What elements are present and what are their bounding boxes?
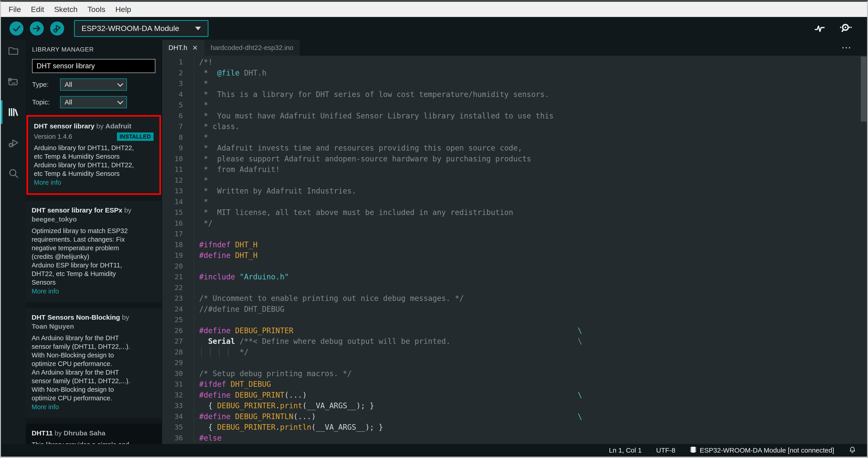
code-line: 24//#define DHT_DEBUG xyxy=(162,304,867,315)
code-line: 33 { DEBUG_PRINTER.print(__VA_ARGS__); } xyxy=(162,400,867,411)
board-status[interactable]: ESP32-WROOM-DA Module [not connected] xyxy=(690,446,834,455)
library-title: DHT Sensors Non-Blocking by Toan Nguyen xyxy=(32,313,132,331)
library-manager-panel: LIBRARY MANAGER Type: All Topic: All DHT… xyxy=(26,40,162,444)
board-selector[interactable]: ESP32-WROOM-DA Module xyxy=(74,20,209,37)
library-card[interactable]: DHT11 by Dhruba SahaThis library provide… xyxy=(26,424,162,444)
code-line: 3 * xyxy=(162,78,867,89)
sidebar-item-search[interactable] xyxy=(7,168,19,179)
library-title: DHT11 by Dhruba Saha xyxy=(32,429,132,438)
code-line: 19#define DHT_H xyxy=(162,250,867,261)
code-line: 25 xyxy=(162,314,867,325)
tab-sketch-ino[interactable]: hardcoded-dht22-esp32.ino xyxy=(204,40,300,56)
line-number: 32 xyxy=(162,390,194,401)
sidebar-item-debug[interactable] xyxy=(7,137,19,149)
code-line: 34#define DEBUG_PRINTLN(...)\ xyxy=(162,411,867,422)
line-number: 5 xyxy=(162,100,194,111)
library-title: DHT sensor library by Adafruit xyxy=(34,122,134,131)
menu-edit[interactable]: Edit xyxy=(26,5,49,14)
library-description: This library provides a simple and easy-… xyxy=(32,440,132,444)
line-number: 4 xyxy=(162,89,194,100)
more-info-link[interactable]: More info xyxy=(34,178,154,187)
tab-dht-h[interactable]: DHT.h ✕ xyxy=(162,40,204,56)
menu-help[interactable]: Help xyxy=(111,5,136,14)
line-number: 19 xyxy=(162,250,194,261)
more-info-link[interactable]: More info xyxy=(32,402,156,411)
serial-monitor-icon[interactable] xyxy=(839,22,852,35)
line-number: 14 xyxy=(162,196,194,207)
code-line: 26#define DEBUG_PRINTER\ xyxy=(162,325,867,336)
toolbar-right xyxy=(814,22,852,35)
line-number: 3 xyxy=(162,78,194,89)
line-number: 20 xyxy=(162,261,194,272)
type-filter-row: Type: All xyxy=(32,79,155,91)
line-number: 35 xyxy=(162,422,194,433)
magnifier-icon xyxy=(7,168,19,179)
library-list: DHT sensor library by AdafruitVersion 1.… xyxy=(26,115,162,444)
code-line: 15 * MIT license, all text above must be… xyxy=(162,207,867,218)
topic-filter-value: All xyxy=(65,98,72,106)
library-search-input[interactable] xyxy=(32,59,155,73)
sidebar-item-sketchbook[interactable] xyxy=(7,45,19,57)
debug-button[interactable] xyxy=(50,22,64,35)
code-area[interactable]: 1/*!2 * @file DHT.h3 *4 * This is a libr… xyxy=(162,56,867,444)
line-number: 29 xyxy=(162,357,194,368)
sidebar-item-library-manager[interactable] xyxy=(7,106,19,118)
code-line: 22 xyxy=(162,282,867,293)
serial-plotter-icon[interactable] xyxy=(814,22,826,35)
code-line: 14 * xyxy=(162,196,867,207)
sidebar-item-boards-manager[interactable] xyxy=(7,76,19,87)
board-selector-label: ESP32-WROOM-DA Module xyxy=(82,24,179,33)
type-filter-select[interactable]: All xyxy=(60,79,127,91)
library-card[interactable]: DHT sensor library by AdafruitVersion 1.… xyxy=(26,115,161,195)
library-card[interactable]: DHT sensor library for ESPx by beegee_to… xyxy=(26,201,162,302)
code-line: 16 */ xyxy=(162,218,867,229)
cursor-position[interactable]: Ln 1, Col 1 xyxy=(609,447,642,454)
line-number: 28 xyxy=(162,347,194,357)
code-line: 4 * This is a library for DHT series of … xyxy=(162,89,867,100)
more-info-link[interactable]: More info xyxy=(32,287,156,296)
books-icon xyxy=(7,106,19,118)
folder-icon xyxy=(7,45,19,57)
line-number: 10 xyxy=(162,153,194,164)
code-line: 12 * xyxy=(162,175,867,186)
arduino-ide-window: File Edit Sketch Tools Help xyxy=(0,0,868,458)
chevron-down-icon xyxy=(117,81,123,87)
notifications-button[interactable] xyxy=(848,446,856,455)
line-number: 27 xyxy=(162,336,194,347)
line-number: 16 xyxy=(162,218,194,229)
line-number: 9 xyxy=(162,143,194,153)
code-line: 20 xyxy=(162,261,867,272)
line-number: 25 xyxy=(162,314,194,325)
installed-badge: INSTALLED xyxy=(117,133,154,141)
upload-button[interactable] xyxy=(30,22,44,35)
type-filter-value: All xyxy=(65,81,72,88)
bug-play-icon xyxy=(7,137,19,149)
code-line: 27 Serial /**< Define where debug output… xyxy=(162,336,867,347)
code-line: 6 * You must have Adafruit Unified Senso… xyxy=(162,111,867,121)
library-card[interactable]: DHT Sensors Non-Blocking by Toan NguyenA… xyxy=(26,308,162,418)
code-line: 5 * xyxy=(162,100,867,111)
bell-icon xyxy=(848,446,856,455)
encoding-indicator[interactable]: UTF-8 xyxy=(656,447,675,454)
library-description: An Arduino library for the DHT sensor fa… xyxy=(32,368,132,402)
code-line: 23/* Uncomment to enable printing out ni… xyxy=(162,293,867,304)
code-line: 10 * please support Adafruit andopen-sou… xyxy=(162,153,867,164)
code-line: 28│ │ │ │ */ xyxy=(162,347,867,357)
line-number: 7 xyxy=(162,121,194,132)
code-line: 17 xyxy=(162,229,867,239)
menu-tools[interactable]: Tools xyxy=(83,5,110,14)
verify-button[interactable] xyxy=(9,22,24,35)
topic-filter-select[interactable]: All xyxy=(60,96,127,108)
code-line: 30/* Setup debug printing macros. */ xyxy=(162,368,867,379)
close-icon[interactable]: ✕ xyxy=(192,44,198,52)
topic-filter-row: Topic: All xyxy=(32,96,155,108)
library-title: DHT sensor library for ESPx by beegee_to… xyxy=(32,206,132,224)
line-number: 17 xyxy=(162,229,194,239)
editor-scrollbar[interactable] xyxy=(861,57,867,122)
main-area: LIBRARY MANAGER Type: All Topic: All DHT… xyxy=(1,40,867,444)
line-number: 24 xyxy=(162,304,194,315)
activity-bar xyxy=(1,40,26,444)
more-actions-icon[interactable]: ⋯ xyxy=(841,41,853,53)
menu-file[interactable]: File xyxy=(4,5,26,14)
menu-sketch[interactable]: Sketch xyxy=(49,5,83,14)
